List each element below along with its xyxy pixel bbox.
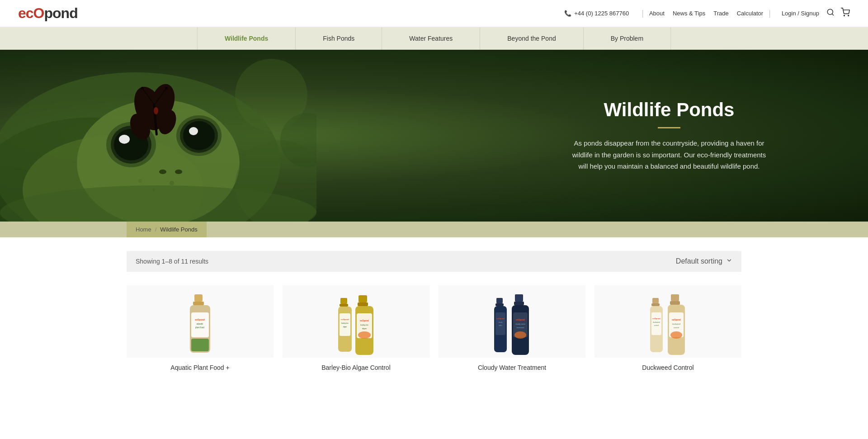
svg-rect-35: [194, 294, 203, 302]
product-name: Cloudy Water Treatment: [439, 364, 585, 371]
svg-text:duckweed: duckweed: [672, 323, 680, 325]
product-grid: ecOpond aquatic plant food Aquatic Plant…: [127, 285, 741, 371]
svg-text:algae: algae: [343, 326, 347, 328]
login-signup[interactable]: Login / Signup: [782, 10, 819, 17]
svg-rect-76: [651, 312, 661, 335]
product-image-container: ecOpond aquatic plant food: [127, 285, 274, 358]
svg-text:ecOpond: ecOpond: [516, 319, 525, 321]
svg-text:plant food: plant food: [195, 326, 204, 329]
svg-text:control: control: [654, 325, 659, 326]
svg-text:ecOpond: ecOpond: [496, 317, 505, 320]
site-header: ecOpond 📞 +44 (0) 1225 867760 | About Ne…: [0, 0, 868, 27]
svg-rect-44: [340, 304, 348, 307]
svg-rect-65: [515, 294, 523, 302]
svg-rect-61: [495, 312, 505, 335]
bottle-svg: ecOpond duckweed control ecOpond duckwee…: [650, 290, 686, 355]
nav-beyond-pond[interactable]: Beyond the Pond: [480, 27, 583, 50]
svg-text:ecOpond: ecOpond: [360, 320, 369, 322]
logo-text-red: ecO: [18, 5, 44, 21]
logo[interactable]: ecOpond: [18, 5, 78, 22]
svg-point-2: [844, 15, 845, 16]
header-nav: About News & Tips Trade Calculator: [649, 10, 763, 17]
breadcrumb: Home / Wildlife Ponds: [127, 222, 207, 237]
hero-frog-image: [0, 50, 316, 222]
hero-title: Wildlife Ponds: [570, 99, 769, 121]
svg-text:aquatic: aquatic: [197, 323, 203, 325]
svg-text:control: control: [673, 326, 679, 329]
svg-rect-42: [191, 339, 209, 351]
nav-news-tips[interactable]: News & Tips: [673, 10, 705, 17]
svg-line-1: [832, 14, 833, 15]
svg-point-57: [358, 331, 371, 339]
svg-rect-50: [359, 295, 367, 302]
product-image: ecOpond barley-bio algae ecOpond barley-…: [338, 288, 374, 355]
svg-rect-74: [651, 303, 660, 306]
hero-content: Wildlife Ponds As ponds disappear from t…: [561, 90, 778, 181]
breadcrumb-separator: /: [155, 226, 157, 233]
sort-control[interactable]: Default sorting: [676, 257, 732, 265]
svg-point-11: [119, 135, 130, 144]
svg-text:treatment: treatment: [516, 326, 524, 329]
nav-fish-ponds[interactable]: Fish Ponds: [296, 27, 382, 50]
product-card[interactable]: ecOpond barley-bio algae ecOpond barley-…: [283, 285, 429, 371]
svg-point-20: [170, 181, 174, 185]
hero-underline: [658, 127, 680, 128]
products-section: Showing 1–8 of 11 results Default sortin…: [0, 237, 868, 385]
showing-results-text: Showing 1–8 of 11 results: [136, 258, 208, 265]
svg-rect-58: [496, 298, 503, 303]
nav-about[interactable]: About: [649, 10, 665, 17]
svg-text:ecOpond: ecOpond: [341, 318, 349, 321]
svg-point-18: [138, 179, 142, 183]
svg-point-14: [183, 121, 215, 150]
svg-rect-46: [340, 313, 350, 336]
phone-text: +44 (0) 1225 867760: [574, 10, 629, 17]
svg-rect-73: [652, 298, 659, 303]
nav-wildlife-ponds[interactable]: Wildlife Ponds: [197, 27, 296, 50]
svg-point-28: [141, 87, 144, 90]
nav-by-problem[interactable]: By Problem: [584, 27, 671, 50]
svg-text:cloudy: cloudy: [498, 321, 502, 323]
svg-point-3: [848, 15, 849, 16]
nav-trade[interactable]: Trade: [713, 10, 728, 17]
main-nav: Wildlife Ponds Fish Ponds Water Features…: [0, 27, 868, 50]
hero-description: As ponds disappear from the countryside,…: [570, 137, 769, 172]
product-card[interactable]: ecOpond duckweed control ecOpond duckwee…: [594, 285, 741, 371]
nav-water-features[interactable]: Water Features: [382, 27, 480, 50]
svg-point-17: [175, 170, 182, 174]
svg-text:ecOpond: ecOpond: [195, 318, 205, 321]
bottle-svg: ecOpond cloudy water ecOpond cloudy wate…: [494, 290, 530, 355]
product-image: ecOpond aquatic plant food: [188, 288, 212, 355]
svg-rect-81: [670, 301, 680, 305]
product-image-container: ecOpond duckweed control ecOpond duckwee…: [594, 285, 741, 358]
phone-number: 📞 +44 (0) 1225 867760: [564, 10, 629, 17]
svg-point-72: [514, 331, 526, 339]
product-image-container: ecOpond cloudy water ecOpond cloudy wate…: [439, 285, 585, 358]
svg-text:ecOpond: ecOpond: [672, 319, 681, 321]
product-image-container: ecOpond barley-bio algae ecOpond barley-…: [283, 285, 429, 358]
svg-text:cloudy water: cloudy water: [515, 323, 525, 325]
svg-rect-59: [495, 303, 504, 306]
product-card[interactable]: ecOpond aquatic plant food Aquatic Plant…: [127, 285, 274, 371]
product-name: Aquatic Plant Food +: [127, 364, 274, 371]
chevron-down-icon: [726, 257, 732, 265]
search-icon[interactable]: [826, 8, 835, 19]
cart-icon[interactable]: [841, 8, 850, 19]
svg-rect-43: [340, 298, 347, 304]
svg-text:algae: algae: [362, 327, 367, 330]
product-card[interactable]: ecOpond cloudy water ecOpond cloudy wate…: [439, 285, 585, 371]
svg-rect-36: [193, 302, 204, 305]
svg-text:duckweed: duckweed: [653, 321, 660, 323]
svg-rect-80: [671, 294, 679, 301]
product-name: Barley-Bio Algae Control: [283, 364, 429, 371]
svg-rect-66: [514, 302, 524, 305]
breadcrumb-home[interactable]: Home: [136, 226, 151, 233]
svg-text:barley-bio: barley-bio: [360, 324, 368, 326]
nav-calculator[interactable]: Calculator: [737, 10, 764, 17]
product-name: Duckweed Control: [594, 364, 741, 371]
header-divider-1: |: [642, 9, 644, 18]
svg-text:barley-bio: barley-bio: [341, 322, 348, 324]
svg-point-29: [165, 87, 168, 90]
svg-point-16: [159, 170, 166, 174]
bottle-svg: ecOpond barley-bio algae ecOpond barley-…: [338, 290, 374, 355]
product-image: ecOpond cloudy water ecOpond cloudy wate…: [494, 288, 530, 355]
